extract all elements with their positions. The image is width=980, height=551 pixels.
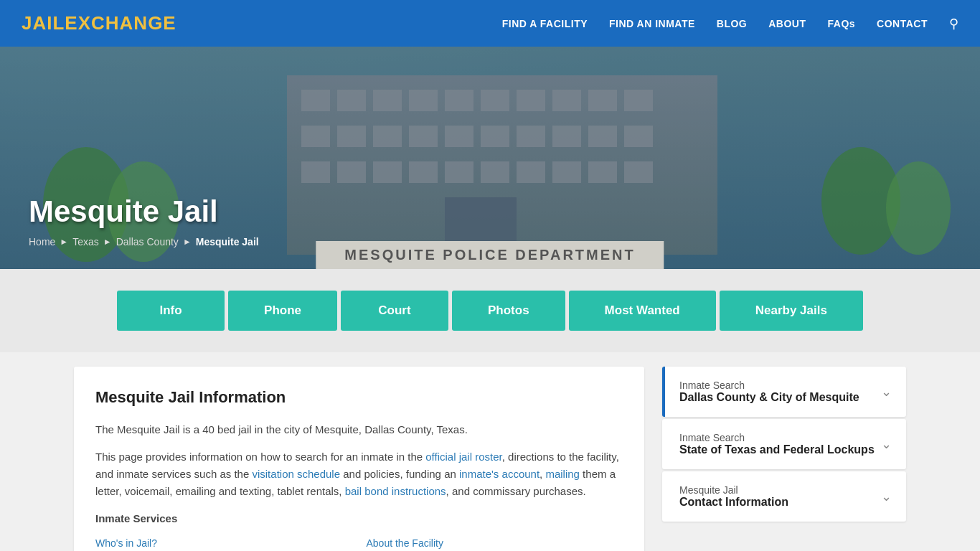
tab-most-wanted[interactable]: Most Wanted: [569, 291, 716, 331]
acc-subtitle-2: State of Texas and Federal Lockups: [679, 443, 875, 456]
accordion-item-dallas: Inmate Search Dallas County & City of Me…: [662, 367, 906, 417]
hero-sign: MESQUITE POLICE DEPARTMENT: [316, 241, 664, 269]
accordion-header-contact[interactable]: Mesquite Jail Contact Information ⌄: [665, 471, 906, 522]
hero-section: Mesquite Jail Home ► Texas ► Dallas Coun…: [0, 47, 980, 269]
breadcrumb-dallas-county[interactable]: Dallas County: [116, 236, 179, 248]
breadcrumb-sep-3: ►: [183, 237, 192, 247]
nav-find-inmate[interactable]: FIND AN INMATE: [609, 18, 695, 29]
services-grid: Who's in Jail? About the Facility Direct…: [95, 537, 623, 551]
service-about-facility[interactable]: About the Facility: [367, 537, 623, 549]
sidebar: Inmate Search Dallas County & City of Me…: [662, 367, 906, 551]
logo-jail: JAIL: [22, 12, 65, 34]
nav-faqs[interactable]: FAQs: [828, 18, 856, 29]
nav-blog[interactable]: BLOG: [717, 18, 747, 29]
link-inmate-account[interactable]: inmate's account: [459, 468, 540, 480]
tab-info[interactable]: Info: [117, 291, 225, 331]
nav-contact[interactable]: CONTACT: [877, 18, 928, 29]
info-panel: Mesquite Jail Information The Mesquite J…: [74, 367, 644, 551]
accordion-header-dallas[interactable]: Inmate Search Dallas County & City of Me…: [665, 367, 906, 417]
desc-before: This page provides information on how to…: [95, 451, 425, 463]
acc-title-3: Mesquite Jail: [679, 484, 788, 496]
link-mailing[interactable]: mailing: [545, 468, 580, 480]
accordion-item-contact: Mesquite Jail Contact Information ⌄: [662, 471, 906, 522]
link-bail-bond[interactable]: bail bond instructions: [345, 485, 446, 497]
breadcrumb-sep-1: ►: [60, 237, 68, 247]
tab-nearby-jails[interactable]: Nearby Jails: [720, 291, 863, 331]
desc-mid2: and policies, funding an: [340, 468, 459, 480]
accordion-header-texas[interactable]: Inmate Search State of Texas and Federal…: [665, 419, 906, 469]
breadcrumb-texas[interactable]: Texas: [72, 236, 99, 248]
main-nav: FIND A FACILITY FIND AN INMATE BLOG ABOU…: [502, 16, 958, 32]
acc-title-1: Inmate Search: [679, 380, 859, 391]
acc-title-2: Inmate Search: [679, 432, 875, 443]
chevron-down-icon-2: ⌄: [881, 436, 892, 452]
logo-exchange: EXCHANGE: [65, 12, 176, 34]
tab-phone[interactable]: Phone: [228, 291, 337, 331]
intro-paragraph: The Mesquite Jail is a 40 bed jail in th…: [95, 421, 623, 438]
tab-photos[interactable]: Photos: [452, 291, 565, 331]
chevron-down-icon-3: ⌄: [881, 489, 892, 504]
tab-court[interactable]: Court: [341, 291, 448, 331]
info-title: Mesquite Jail Information: [95, 388, 623, 407]
link-jail-roster[interactable]: official jail roster: [425, 451, 501, 463]
page-title: Mesquite Jail: [29, 194, 980, 229]
nav-find-facility[interactable]: FIND A FACILITY: [502, 18, 588, 29]
acc-subtitle-1: Dallas County & City of Mesquite: [679, 391, 859, 404]
service-whos-in-jail[interactable]: Who's in Jail?: [95, 537, 352, 549]
desc-end: , and commissary purchases.: [446, 485, 586, 497]
breadcrumb-current: Mesquite Jail: [196, 236, 259, 248]
logo: JAILEXCHANGE: [22, 12, 176, 34]
link-visitation[interactable]: visitation schedule: [252, 468, 340, 480]
accordion-item-texas: Inmate Search State of Texas and Federal…: [662, 419, 906, 469]
acc-subtitle-3: Contact Information: [679, 496, 788, 509]
tabs-nav: Info Phone Court Photos Most Wanted Near…: [0, 269, 980, 352]
chevron-down-icon-1: ⌄: [881, 384, 892, 400]
main-content: Mesquite Jail Information The Mesquite J…: [60, 352, 920, 551]
breadcrumb-sep-2: ►: [103, 237, 112, 247]
description-paragraph: This page provides information on how to…: [95, 448, 623, 500]
inmate-services-label: Inmate Services: [95, 510, 623, 527]
header: JAILEXCHANGE FIND A FACILITY FIND AN INM…: [0, 0, 980, 47]
nav-about[interactable]: ABOUT: [768, 18, 806, 29]
search-button[interactable]: ⚲: [949, 16, 958, 32]
breadcrumb-home[interactable]: Home: [29, 236, 55, 248]
